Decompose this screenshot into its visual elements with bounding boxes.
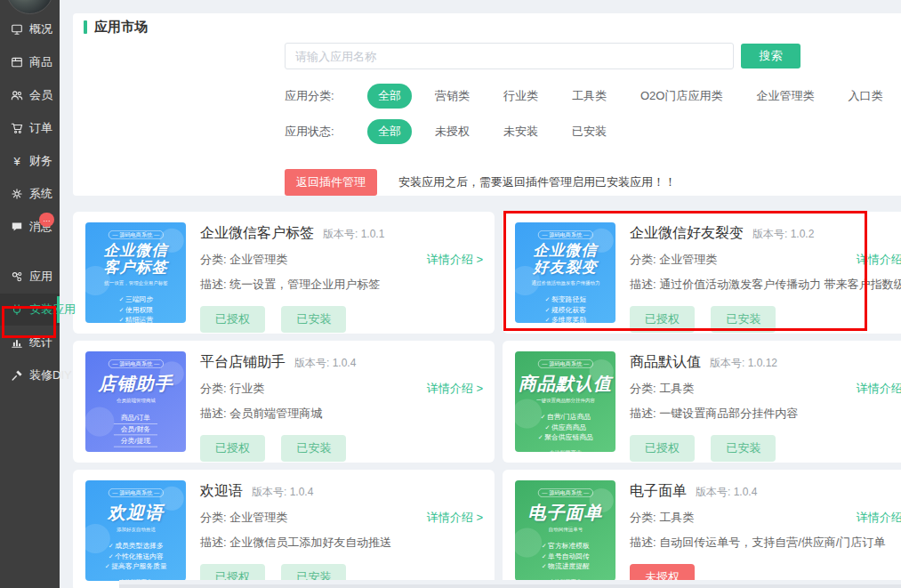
- status-badge: 已安装: [281, 306, 346, 333]
- sidebar-item-system[interactable]: 系统: [0, 178, 60, 210]
- app-title: 欢迎语: [200, 482, 243, 501]
- category-option-industry[interactable]: 行业类: [493, 84, 549, 109]
- sidebar-item-stats[interactable]: 统计: [0, 326, 60, 358]
- stats-icon: [10, 336, 24, 350]
- app-version: 版本号: 1.0.4: [252, 485, 313, 500]
- notice-row: 返回插件管理 安装应用之后，需要返回插件管理启用已安装应用！！: [285, 169, 901, 196]
- category-option-enterprise[interactable]: 企业管理类: [745, 84, 825, 109]
- thumb-brand: — 源码电商系统 —: [109, 488, 164, 497]
- system-icon: [10, 188, 24, 201]
- check-icon: ✓: [118, 317, 124, 323]
- app-description: 描述: 会员前端管理商城: [200, 406, 482, 422]
- check-icon: ✓: [108, 544, 113, 551]
- app-card-grid: — 源码电商系统 — 企业微信 客户标签 统一设置，管理企业用户标签 ✓三端同步…: [73, 212, 901, 588]
- category-option-o2o[interactable]: O2O门店应用类: [630, 84, 733, 109]
- status-badge: 已授权: [200, 435, 265, 462]
- category-option-tools[interactable]: 工具类: [561, 84, 617, 109]
- app-thumbnail: — 源码电商系统 — 电子面单 自动回传运单号 ✓官方标准模板 ✓单号自动回传 …: [515, 480, 615, 581]
- detail-link[interactable]: 详情介绍 >: [857, 381, 901, 397]
- thumb-brand: — 源码电商系统 —: [109, 359, 164, 368]
- sidebar-item-orders[interactable]: 订单: [0, 112, 60, 144]
- sidebar-item-apps[interactable]: 应用: [0, 261, 60, 293]
- sidebar-item-label: 装修DIY: [29, 367, 72, 383]
- check-icon: ✓: [118, 306, 124, 313]
- orders-icon: [10, 122, 24, 135]
- main-content: 应用市场 搜索 应用分类: 全部 营销类 行业类 工具类 O2O门店应用类 企业…: [60, 0, 901, 588]
- sidebar-menu-apps: 应用 安装应用 统计 装修DIY: [0, 261, 60, 391]
- detail-link[interactable]: 详情介绍 >: [857, 510, 901, 526]
- overview-icon: [10, 23, 24, 36]
- page-title: 应用市场: [84, 20, 901, 35]
- sidebar-item-messages[interactable]: 消息 …: [0, 211, 60, 243]
- install-app-icon: [10, 303, 24, 317]
- check-icon: ✓: [541, 544, 546, 551]
- check-icon: ✓: [540, 415, 545, 422]
- app-version: 版本号: 1.0.4: [696, 485, 757, 500]
- status-badge: 已授权: [200, 306, 265, 333]
- detail-link[interactable]: 详情介绍 >: [427, 252, 483, 268]
- sidebar-item-label: 商品: [29, 54, 52, 70]
- filter-form: 搜索 应用分类: 全部 营销类 行业类 工具类 O2O门店应用类 企业管理类 入…: [285, 43, 901, 196]
- check-icon: ✓: [544, 317, 550, 323]
- sidebar-item-label: 安装应用: [29, 302, 76, 318]
- app-title: 电子面单: [630, 482, 687, 501]
- sidebar-item-diy[interactable]: 装修DIY: [0, 359, 60, 391]
- sidebar-item-goods[interactable]: 商品: [0, 46, 60, 78]
- app-card-product-defaults: — 源码电商系统 — 商品默认值 一键设置商品部分挂件内容 ✓自营/门店商品 ✓…: [503, 341, 901, 463]
- sidebar-item-label: 系统: [29, 186, 52, 202]
- app-title: 平台店铺助手: [200, 353, 286, 372]
- check-icon: ✓: [544, 306, 550, 313]
- search-button[interactable]: 搜索: [741, 44, 800, 68]
- sidebar-item-finance[interactable]: ¥ 财务: [0, 145, 60, 177]
- check-icon: ✓: [105, 563, 110, 570]
- sidebar-item-label: 概况: [29, 21, 52, 37]
- detail-link[interactable]: 详情介绍 >: [857, 252, 901, 268]
- status-filter-row: 应用状态: 全部 未授权 未安装 已安装: [285, 119, 901, 144]
- members-icon: [10, 89, 24, 102]
- back-to-plugins-button[interactable]: 返回插件管理: [285, 169, 377, 196]
- app-card-electronic-waybill: — 源码电商系统 — 电子面单 自动回传运单号 ✓官方标准模板 ✓单号自动回传 …: [503, 470, 901, 588]
- app-description: 描述: 通过价值活动激发客户传播动力 带来客户指数级新增: [630, 277, 901, 293]
- detail-link[interactable]: 详情介绍 >: [427, 381, 483, 397]
- check-icon: ✓: [541, 553, 546, 560]
- sidebar-item-overview[interactable]: 概况: [0, 13, 60, 45]
- detail-link[interactable]: 详情介绍 >: [427, 510, 483, 526]
- category-filter-row: 应用分类: 全部 营销类 行业类 工具类 O2O门店应用类 企业管理类 入口类: [285, 84, 901, 109]
- status-badge: 已授权: [630, 306, 695, 333]
- sidebar-item-label: 应用: [29, 269, 52, 285]
- sidebar-item-members[interactable]: 会员: [0, 79, 60, 111]
- app-title: 商品默认值: [630, 353, 701, 372]
- app-card-wecom-customer-tags: — 源码电商系统 — 企业微信 客户标签 统一设置，管理企业用户标签 ✓三端同步…: [73, 212, 495, 334]
- avatar[interactable]: [6, 0, 53, 14]
- message-icon: [10, 221, 24, 234]
- sidebar-item-install-apps[interactable]: 安装应用: [0, 294, 60, 326]
- message-count-badge: …: [39, 213, 54, 227]
- app-title: 企业微信好友裂变: [630, 224, 744, 243]
- check-icon: ✓: [544, 296, 550, 303]
- status-badge: 已授权: [630, 435, 695, 462]
- app-thumbnail: — 源码电商系统 — 商品默认值 一键设置商品部分挂件内容 ✓自营/门店商品 ✓…: [515, 351, 615, 452]
- status-option-unauthorized[interactable]: 未授权: [424, 119, 480, 144]
- finance-icon: ¥: [10, 155, 24, 168]
- app-version: 版本号: 1.0.4: [294, 356, 356, 371]
- category-option-entry[interactable]: 入口类: [837, 84, 893, 109]
- category-option-all[interactable]: 全部: [367, 84, 412, 109]
- thumb-brand: — 源码电商系统 —: [538, 359, 593, 368]
- sidebar-item-label: 统计: [29, 334, 52, 350]
- app-market-panel: 应用市场 搜索 应用分类: 全部 营销类 行业类 工具类 O2O门店应用类 企业…: [73, 13, 901, 196]
- check-icon: ✓: [541, 563, 546, 570]
- app-thumbnail: — 源码电商系统 — 店铺助手 会员前端管理商城 商品/订单 会员/财务 分类/…: [85, 351, 186, 452]
- status-option-installed[interactable]: 已安装: [561, 119, 617, 144]
- app-version: 版本号: 1.0.2: [752, 227, 814, 242]
- search-input[interactable]: [285, 43, 734, 69]
- status-option-uninstalled[interactable]: 未安装: [493, 119, 549, 144]
- status-filter-label: 应用状态:: [285, 124, 349, 140]
- check-icon: ✓: [118, 296, 124, 303]
- app-title: 企业微信客户标签: [200, 224, 314, 243]
- status-option-all[interactable]: 全部: [367, 119, 412, 144]
- app-description: 描述: 统一设置，管理企业用户标签: [200, 277, 482, 293]
- search-row: 搜索: [285, 43, 901, 69]
- app-thumbnail: — 源码电商系统 — 欢迎语 添加好友自动推送 ✓成员类型选择多 ✓个性化推送内…: [85, 480, 186, 581]
- category-option-marketing[interactable]: 营销类: [424, 84, 480, 109]
- horizontal-scrollbar-track[interactable]: [119, 580, 901, 588]
